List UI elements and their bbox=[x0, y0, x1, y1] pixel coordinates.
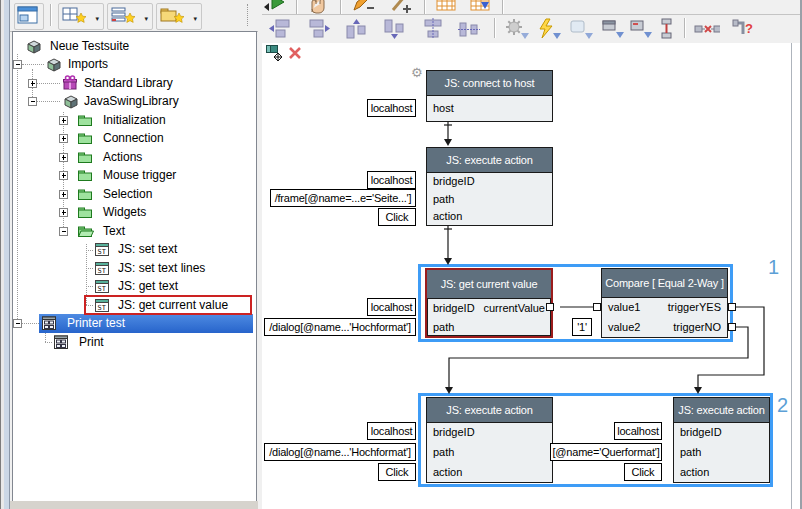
tree-item-print[interactable]: Print bbox=[13, 333, 254, 352]
expand-handle[interactable] bbox=[59, 171, 68, 180]
layout-flash-icon[interactable] bbox=[536, 18, 562, 40]
tree-item-initialization[interactable]: Initialization bbox=[13, 111, 254, 130]
tree-item-js-get-text[interactable]: ST JS: get text bbox=[13, 277, 254, 296]
expand-handle[interactable] bbox=[59, 116, 68, 125]
tree-item-javaswinglibrary[interactable]: JavaSwingLibrary bbox=[13, 92, 254, 111]
value-text: Click bbox=[386, 466, 409, 478]
run-icon[interactable] bbox=[268, 0, 294, 14]
layout-gear-icon[interactable] bbox=[504, 18, 530, 40]
disconnect-icon[interactable] bbox=[694, 18, 720, 40]
flow-node-compare-equal-2way[interactable]: Compare [ Equal 2-Way ] value1 triggerYE… bbox=[601, 268, 728, 338]
collapse-handle[interactable] bbox=[13, 60, 22, 69]
tree-item-label: Printer test bbox=[67, 314, 125, 333]
align-bottom-icon[interactable] bbox=[382, 18, 408, 40]
value-text: [@name='Querformat'] bbox=[552, 446, 659, 458]
new-package-button[interactable]: ▾ bbox=[156, 3, 202, 30]
connector-plug bbox=[661, 469, 662, 476]
tree-item-widgets[interactable]: Widgets bbox=[13, 203, 254, 222]
expand-handle[interactable] bbox=[59, 134, 68, 143]
green-folder-icon bbox=[77, 130, 93, 147]
tree-item-actions[interactable]: Actions bbox=[13, 148, 254, 167]
grid-orange-icon[interactable] bbox=[434, 0, 460, 14]
flow-canvas[interactable]: 1 2 ⚙ JS: connect to host host localhost… bbox=[262, 43, 802, 509]
move-node-icon[interactable] bbox=[266, 45, 284, 61]
flow-node-get-current-value[interactable]: JS: get current value bridgeID currentVa… bbox=[425, 268, 553, 338]
grid-check-icon[interactable] bbox=[468, 0, 494, 14]
connector-icon[interactable] bbox=[656, 18, 682, 40]
value-text: localhost bbox=[371, 102, 413, 114]
value-box-bridge[interactable]: localhost bbox=[367, 422, 416, 440]
toggle-view-button[interactable] bbox=[14, 3, 44, 30]
node-insert-icon[interactable] bbox=[628, 18, 654, 40]
collapse-handle[interactable] bbox=[28, 97, 37, 106]
node-down-icon[interactable] bbox=[600, 18, 626, 40]
reroute-help-icon[interactable]: ? bbox=[732, 18, 758, 40]
value-box-bridge[interactable]: localhost bbox=[367, 298, 416, 316]
tree-item-imports[interactable]: Imports bbox=[13, 55, 254, 74]
expand-handle[interactable] bbox=[59, 208, 68, 217]
tree-item-selection[interactable]: Selection bbox=[13, 185, 254, 204]
collapse-handle[interactable] bbox=[59, 227, 68, 236]
flow-node-execute-action-3[interactable]: JS: execute action bridgeID path action bbox=[673, 397, 770, 483]
output-label: triggerYES bbox=[668, 301, 721, 313]
tree-item-text[interactable]: Text bbox=[13, 222, 254, 241]
align-left-icon[interactable] bbox=[268, 18, 294, 40]
new-step-button[interactable]: ▾ bbox=[107, 3, 153, 30]
tree-item-printer-test[interactable]: Printer test bbox=[13, 314, 254, 333]
tree-item-mouse-trigger[interactable]: Mouse trigger bbox=[13, 166, 254, 185]
gear-icon[interactable]: ⚙ bbox=[411, 65, 423, 80]
flow-node-execute-action-2[interactable]: JS: execute action bridgeID path action bbox=[426, 397, 553, 483]
value-box-action[interactable]: Click bbox=[378, 463, 416, 481]
align-right-icon[interactable] bbox=[306, 18, 332, 40]
expand-handle[interactable] bbox=[59, 153, 68, 162]
folder-star-icon bbox=[160, 6, 186, 25]
value-box-action[interactable]: Click bbox=[378, 208, 416, 226]
tree-item-js-set-text-lines[interactable]: ST JS: set text lines bbox=[13, 259, 254, 278]
value-box-path[interactable]: /dialog[@name...'Hochformat'] bbox=[264, 443, 416, 461]
collapse-handle[interactable] bbox=[13, 319, 22, 328]
layout-clear-icon[interactable] bbox=[568, 18, 594, 40]
expand-handle[interactable] bbox=[59, 190, 68, 199]
value-box-bridge[interactable]: localhost bbox=[367, 171, 416, 189]
new-sequence-button[interactable]: ▾ bbox=[58, 3, 104, 30]
center-vertical-icon[interactable] bbox=[458, 18, 484, 40]
output-port-currentvalue[interactable] bbox=[546, 303, 554, 311]
tree-item-label: JS: set text bbox=[118, 240, 177, 259]
chevron-down-icon: ▾ bbox=[95, 15, 99, 23]
tree-item-connection[interactable]: Connection bbox=[13, 129, 254, 148]
node-param-row: path bbox=[427, 442, 552, 462]
value-text: localhost bbox=[371, 301, 413, 313]
param-label: action bbox=[433, 210, 462, 222]
testsuite-tree[interactable]: Neue Testsuite Imports Standard Library bbox=[12, 31, 257, 503]
value-box-bridge[interactable]: localhost bbox=[614, 422, 662, 440]
value-box-path[interactable]: [@name='Querformat'] bbox=[550, 443, 662, 461]
green-folder-icon bbox=[77, 167, 93, 184]
output-port-triggerno[interactable] bbox=[728, 323, 736, 331]
center-horizontal-icon[interactable] bbox=[420, 18, 446, 40]
tree-item-neue-testsuite[interactable]: Neue Testsuite bbox=[13, 37, 254, 56]
node-title: JS: connect to host bbox=[427, 71, 552, 96]
value-box-path[interactable]: /frame[@name=...e='Seite...'] bbox=[270, 189, 416, 207]
input-port-value1[interactable] bbox=[593, 303, 601, 311]
expand-handle[interactable] bbox=[28, 79, 37, 88]
output-port-triggeryes[interactable] bbox=[728, 303, 736, 311]
tree-item-label: Standard Library bbox=[84, 74, 173, 93]
svg-text:ST: ST bbox=[98, 267, 107, 275]
align-top-icon[interactable] bbox=[344, 18, 370, 40]
value-box-host[interactable]: localhost bbox=[367, 99, 416, 117]
hand-icon[interactable] bbox=[306, 0, 332, 14]
delete-node-icon[interactable] bbox=[288, 46, 302, 60]
value-box-path[interactable]: /dialog[@name...'Hochformat'] bbox=[264, 318, 416, 336]
node-param-row: path bbox=[427, 190, 552, 208]
tree-item-label: Initialization bbox=[103, 111, 166, 130]
svg-text:?: ? bbox=[745, 21, 753, 36]
value-box-action[interactable]: Click bbox=[624, 463, 662, 481]
value-box-constant-1[interactable]: '1' bbox=[572, 318, 592, 336]
flow-node-execute-action-1[interactable]: JS: execute action bridgeID path action bbox=[426, 147, 553, 226]
tree-item-js-set-text[interactable]: ST JS: set text bbox=[13, 240, 254, 259]
pencil-minus-icon[interactable] bbox=[350, 0, 376, 14]
wand-plus-icon[interactable] bbox=[388, 0, 414, 14]
connector-plug bbox=[415, 469, 416, 476]
flow-node-connect-to-host[interactable]: JS: connect to host host bbox=[426, 70, 553, 122]
tree-item-standard-library[interactable]: Standard Library bbox=[13, 74, 254, 93]
